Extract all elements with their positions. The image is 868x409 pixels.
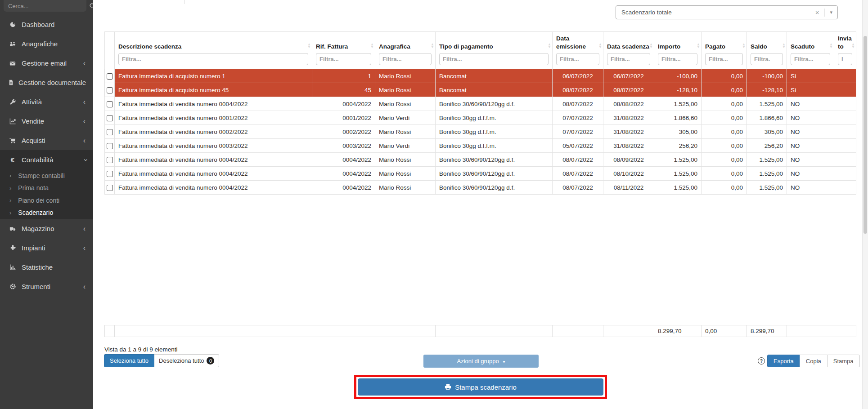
sidebar-item-strumenti[interactable]: Strumenti‹ [0, 277, 93, 296]
table-row[interactable]: Fattura immediata di vendita numero 0004… [105, 97, 856, 111]
column-header-anagrafica[interactable]: ▲▼Anagrafica [375, 32, 436, 69]
table-row[interactable]: Fattura immediata di acquisto numero 11M… [105, 69, 856, 83]
deselect-all-button[interactable]: Deseleziona tutto 0 [154, 354, 219, 367]
cell: Fattura immediata di vendita numero 0001… [115, 111, 312, 125]
print-schedule-button[interactable]: Stampa scadenzario [358, 378, 603, 396]
table-row[interactable]: Fattura immediata di vendita numero 0002… [105, 125, 856, 139]
copy-button[interactable]: Copia [800, 355, 828, 367]
sort-icons[interactable]: ▲▼ [697, 43, 700, 48]
sort-icons[interactable]: ▲▼ [431, 43, 434, 48]
column-filter-input[interactable] [838, 53, 852, 65]
cell: 1.525,00 [654, 97, 702, 111]
clear-icon[interactable]: × [810, 9, 825, 16]
row-checkbox[interactable] [107, 101, 113, 107]
cell: 06/07/2022 [553, 69, 603, 83]
column-header-tipo-di-pagamento[interactable]: ▲▼Tipo di pagamento [436, 32, 553, 69]
sort-icons[interactable]: ▲▼ [548, 43, 551, 48]
cell: 1.525,00 [654, 153, 702, 167]
cell [834, 111, 856, 125]
column-filter-input[interactable] [118, 53, 308, 65]
chevron-down-icon[interactable]: ▾ [825, 9, 837, 15]
cell: Bonifico 30/60/90/120gg d.f. [436, 97, 553, 111]
column-filter-input[interactable] [379, 53, 432, 65]
export-button[interactable]: Esporta [767, 355, 800, 367]
column-filter-input[interactable] [556, 53, 599, 65]
help-icon[interactable]: ? [758, 357, 765, 365]
table-row[interactable]: Fattura immediata di vendita numero 0004… [105, 181, 856, 195]
column-header-data-scadenza[interactable]: ▲▼Data scadenza [603, 32, 654, 69]
row-checkbox[interactable] [107, 171, 113, 177]
sort-icons[interactable]: ▲▼ [782, 43, 786, 48]
sort-icons[interactable]: ▲▼ [307, 43, 311, 48]
sidebar-item-acquisti[interactable]: Acquisti‹ [0, 131, 93, 150]
sidebar-item-contabilita[interactable]: €Contabilità› [0, 150, 93, 169]
column-header-data-emissione[interactable]: ▲▼Data emissione [553, 32, 603, 69]
sidebar-item-attivita[interactable]: Attività‹ [0, 92, 93, 111]
cell: 08/07/2022 [553, 97, 603, 111]
row-checkbox[interactable] [107, 157, 113, 163]
search-icon[interactable] [89, 0, 93, 9]
cell: -128,10 [747, 83, 787, 97]
column-filter-input[interactable] [705, 53, 743, 65]
row-checkbox[interactable] [107, 115, 113, 121]
column-header-pagato[interactable]: ▲▼Pagato [702, 32, 747, 69]
column-header-saldo[interactable]: ▲▼Saldo [747, 32, 787, 69]
sidebar-item-anagrafiche[interactable]: Anagrafiche [0, 34, 93, 53]
cell: 31/08/2022 [603, 111, 654, 125]
column-filter-input[interactable] [658, 53, 697, 65]
column-header-rif-fattura[interactable]: ▲▼Rif. Fattura [312, 32, 375, 69]
table-row[interactable]: Fattura immediata di vendita numero 0003… [105, 139, 856, 153]
sidebar-item-impianti[interactable]: Impianti‹ [0, 238, 93, 258]
select-all-button[interactable]: Seleziona tutto [104, 354, 154, 367]
cell: NO [787, 139, 834, 153]
sort-icons[interactable]: ▲▼ [598, 43, 602, 48]
row-checkbox[interactable] [107, 87, 113, 93]
cell: 0003/2022 [312, 139, 375, 153]
sidebar-item-scadenzario[interactable]: ›Scadenzario [0, 207, 93, 219]
cell: 0,00 [702, 139, 747, 153]
sidebar-item-piano-dei-conti[interactable]: ›Piano dei conti [0, 194, 93, 207]
column-header-descrizione-scadenza[interactable]: ▲▼Descrizione scadenza [115, 32, 312, 69]
scrollbar-thumb[interactable] [864, 36, 867, 234]
column-filter-input[interactable] [791, 53, 830, 65]
column-filter-input[interactable] [607, 53, 650, 65]
row-checkbox[interactable] [107, 143, 113, 149]
print-button[interactable]: Stampa [827, 355, 860, 367]
row-checkbox[interactable] [107, 129, 113, 135]
table-row[interactable]: Fattura immediata di vendita numero 0004… [105, 167, 856, 181]
sort-icons[interactable]: ▲▼ [370, 43, 374, 48]
table-row[interactable]: Fattura immediata di vendita numero 0004… [105, 153, 856, 167]
sidebar-item-statistiche[interactable]: Statistiche [0, 258, 93, 277]
scrollbar[interactable] [862, 0, 868, 409]
sort-icons[interactable]: ▲▼ [829, 43, 833, 48]
column-header-inviato[interactable]: ▲▼Inviato [834, 32, 856, 69]
total-empty-cell [312, 325, 375, 337]
table-row[interactable]: Fattura immediata di acquisto numero 454… [105, 83, 856, 97]
group-actions-button[interactable]: Azioni di gruppo ▾ [423, 355, 539, 368]
view-selector[interactable]: Scadenzario totale × ▾ [616, 5, 838, 19]
users-icon [7, 40, 18, 47]
sidebar-item-gestione-documentale[interactable]: Gestione documentale [0, 73, 93, 92]
sort-icons[interactable]: ▲▼ [742, 43, 746, 48]
row-checkbox[interactable] [107, 185, 113, 191]
sidebar-item-vendite[interactable]: Vendite‹ [0, 111, 93, 131]
sort-icons[interactable]: ▲▼ [851, 43, 855, 48]
sidebar-item-gestione-email[interactable]: Gestione email‹ [0, 53, 93, 73]
column-header-scaduto[interactable]: ▲▼Scaduto [787, 32, 834, 69]
column-filter-input[interactable] [751, 53, 783, 65]
sidebar-item-dashboard[interactable]: Dashboard [0, 15, 93, 34]
column-header-importo[interactable]: ▲▼Importo [654, 32, 702, 69]
sort-icons[interactable]: ▲▼ [649, 43, 653, 48]
chevron-left-icon: ‹ [83, 245, 85, 252]
search-input[interactable] [4, 0, 89, 9]
cell: -128,10 [654, 83, 702, 97]
column-filter-input[interactable] [439, 53, 549, 65]
row-checkbox-cell [105, 153, 115, 167]
sidebar-search[interactable] [4, 0, 86, 12]
sidebar-item-magazzino[interactable]: Magazzino‹ [0, 219, 93, 238]
row-checkbox[interactable] [107, 73, 113, 80]
sidebar-item-prima-nota[interactable]: ›Prima nota [0, 182, 93, 195]
column-filter-input[interactable] [316, 53, 371, 65]
table-row[interactable]: Fattura immediata di vendita numero 0001… [105, 111, 856, 125]
sidebar-item-stampe-contabili[interactable]: ›Stampe contabili [0, 169, 93, 182]
